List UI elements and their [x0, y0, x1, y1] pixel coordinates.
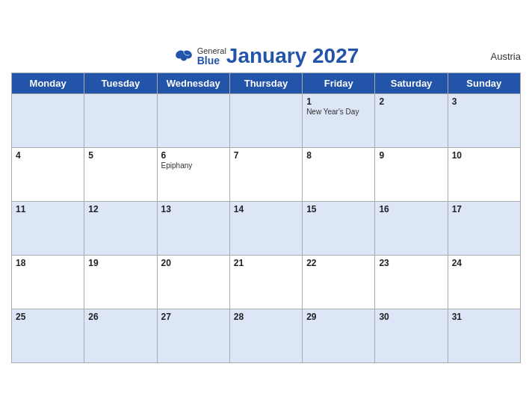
table-row: 7 [229, 148, 302, 202]
col-sunday: Sunday [448, 73, 520, 94]
week-row-1: 1New Year's Day23 [12, 94, 521, 148]
day-number: 11 [16, 204, 80, 214]
day-number: 8 [306, 150, 371, 161]
week-row-3: 11121314151617 [12, 202, 521, 256]
table-row: 29 [303, 309, 375, 363]
table-row: 24 [448, 256, 520, 309]
logo: General Blue [173, 47, 226, 66]
day-number: 18 [16, 258, 80, 268]
calendar-title: January 2027 [226, 44, 359, 68]
day-number: 6 [161, 150, 226, 161]
table-row: 19 [84, 256, 157, 309]
table-row: 9 [375, 148, 448, 202]
table-row: 4 [12, 148, 84, 202]
day-number: 17 [452, 204, 516, 214]
logo-text: General Blue [197, 47, 226, 66]
table-row [12, 94, 84, 148]
day-number: 20 [161, 258, 226, 268]
table-row: 18 [12, 256, 84, 309]
day-number: 27 [161, 312, 226, 322]
col-wednesday: Wednesday [157, 73, 229, 94]
col-friday: Friday [303, 73, 375, 94]
table-row: 10 [448, 148, 520, 202]
day-number: 23 [379, 258, 443, 268]
day-number: 9 [379, 150, 443, 161]
day-number: 19 [88, 258, 152, 268]
table-row: 1New Year's Day [303, 94, 375, 148]
table-row [157, 94, 229, 148]
table-row: 12 [84, 202, 157, 256]
day-number: 28 [234, 312, 298, 322]
table-row: 16 [375, 202, 448, 256]
col-monday: Monday [12, 73, 84, 94]
holiday-name: Epiphany [161, 161, 226, 170]
table-row: 22 [303, 256, 375, 309]
logo-bird-icon [173, 49, 194, 63]
table-row: 6Epiphany [157, 148, 229, 202]
table-row: 20 [157, 256, 229, 309]
day-number: 2 [379, 96, 443, 107]
day-number: 30 [379, 312, 443, 322]
table-row: 11 [12, 202, 84, 256]
day-number: 14 [234, 204, 298, 214]
table-row: 23 [375, 256, 448, 309]
table-row: 8 [303, 148, 375, 202]
day-number: 25 [16, 312, 80, 322]
holiday-name: New Year's Day [306, 108, 371, 116]
table-row: 27 [157, 309, 229, 363]
table-row [229, 94, 302, 148]
day-number: 12 [88, 204, 152, 214]
week-row-4: 18192021222324 [12, 256, 521, 309]
col-saturday: Saturday [375, 73, 448, 94]
day-number: 21 [234, 258, 298, 268]
table-row: 31 [448, 309, 520, 363]
calendar-table: Monday Tuesday Wednesday Thursday Friday… [11, 72, 521, 363]
day-number: 16 [379, 204, 443, 214]
table-row: 3 [448, 94, 520, 148]
day-number: 15 [306, 204, 371, 214]
day-number: 4 [16, 150, 80, 161]
table-row: 17 [448, 202, 520, 256]
table-row: 15 [303, 202, 375, 256]
weekday-header-row: Monday Tuesday Wednesday Thursday Friday… [12, 73, 521, 94]
table-row: 2 [375, 94, 448, 148]
day-number: 10 [452, 150, 516, 161]
table-row: 28 [229, 309, 302, 363]
day-number: 7 [234, 150, 298, 161]
week-row-2: 456Epiphany78910 [12, 148, 521, 202]
table-row: 13 [157, 202, 229, 256]
day-number: 29 [306, 312, 371, 322]
col-thursday: Thursday [229, 73, 302, 94]
logo-blue-label: Blue [197, 55, 220, 66]
calendar-wrapper: General Blue January 2027 Austria Monday… [0, 37, 532, 374]
calendar-header: General Blue January 2027 Austria [11, 44, 521, 68]
table-row: 5 [84, 148, 157, 202]
table-row: 21 [229, 256, 302, 309]
table-row: 26 [84, 309, 157, 363]
day-number: 31 [452, 312, 516, 322]
day-number: 3 [452, 96, 516, 107]
day-number: 5 [88, 150, 152, 161]
day-number: 1 [306, 96, 371, 107]
week-row-5: 25262728293031 [12, 309, 521, 363]
table-row: 30 [375, 309, 448, 363]
table-row: 25 [12, 309, 84, 363]
table-row: 14 [229, 202, 302, 256]
table-row [84, 94, 157, 148]
col-tuesday: Tuesday [84, 73, 157, 94]
day-number: 22 [306, 258, 371, 268]
country-label: Austria [491, 51, 521, 62]
day-number: 26 [88, 312, 152, 322]
day-number: 24 [452, 258, 516, 268]
day-number: 13 [161, 204, 226, 214]
logo-general-label: General [197, 47, 226, 55]
